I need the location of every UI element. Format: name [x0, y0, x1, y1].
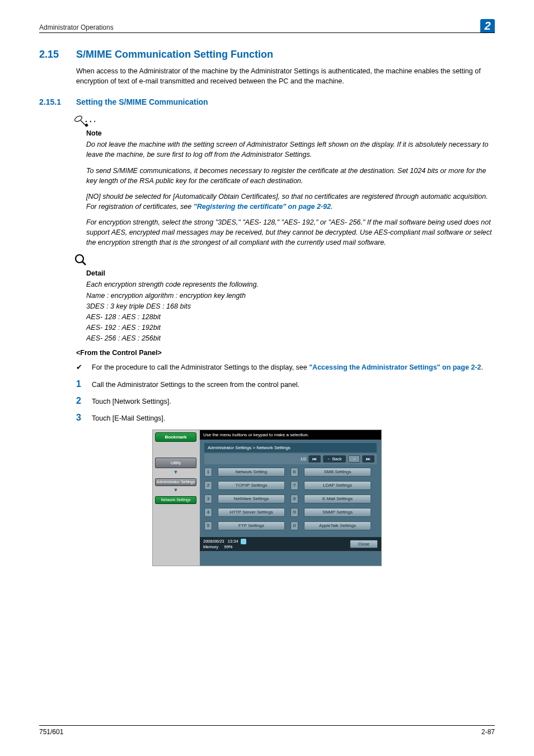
opt-smb-settings[interactable]: SMB Settings: [304, 468, 371, 477]
sidebar-network-settings[interactable]: Network Settings: [155, 496, 196, 504]
page-last-button[interactable]: ⏭: [362, 455, 374, 463]
close-button[interactable]: Close: [350, 540, 378, 548]
from-control-panel-heading: <From the Control Panel>: [76, 349, 495, 357]
opt-num: 6: [291, 468, 298, 477]
note-icon: . . .: [73, 114, 495, 129]
panel-topbar: 1/2 ⏮ ← Back → ⏭: [204, 454, 377, 464]
sidebar-admin-settings[interactable]: Administrator Settings: [155, 478, 196, 486]
opt-num: 5: [204, 521, 212, 530]
bookmark-button[interactable]: Bookmark: [155, 432, 196, 442]
detail-l4: AES- 128 : AES : 128bit: [86, 312, 495, 322]
detail-l3: 3DES : 3 key triple DES : 168 bits: [86, 301, 495, 311]
section-heading: 2.15 S/MIME Communication Setting Functi…: [39, 49, 495, 60]
arrow-down-icon: ▼: [155, 469, 196, 475]
chapter-badge: 2: [480, 19, 495, 32]
opt-num: 1: [204, 468, 212, 477]
svg-text:. . .: . . .: [85, 115, 95, 124]
step-text: Call the Administrator Settings to the s…: [92, 381, 299, 389]
opt-netware-settings[interactable]: NetWare Settings: [218, 494, 285, 503]
back-button[interactable]: ← Back: [323, 455, 345, 463]
prereq-row: ✔ For the procedure to call the Administ…: [76, 362, 495, 372]
note-p3: [NO] should be selected for [Automatical…: [86, 192, 495, 212]
opt-num: 2: [204, 481, 212, 490]
opt-snmp-settings[interactable]: SNMP Settings: [304, 508, 371, 517]
step-text: Touch [Network Settings].: [92, 398, 171, 405]
page-footer: 751/601 2-87: [39, 725, 495, 736]
step-3: 3 Touch [E-Mail Settings].: [76, 413, 495, 423]
opt-http-server-settings[interactable]: HTTP Server Settings: [218, 508, 285, 517]
subsection-number: 2.15.1: [39, 97, 76, 106]
opt-num: 4: [204, 508, 212, 517]
detail-l2: Name : encryption algorithm : encryption…: [86, 291, 495, 301]
detail-l1: Each encryption strength code represents…: [86, 279, 495, 290]
step-text: Touch [E-Mail Settings].: [92, 414, 165, 422]
opt-tcpip-settings[interactable]: TCP/IP Settings: [218, 481, 285, 490]
status-date: 2008/06/23: [203, 539, 224, 544]
opt-email-settings[interactable]: E-Mail Settings: [304, 494, 371, 503]
detail-l5: AES- 192 : AES : 192bit: [86, 323, 495, 333]
opt-num: 0: [291, 521, 298, 530]
svg-point-3: [76, 255, 83, 263]
checkmark-icon: ✔: [76, 362, 92, 372]
opt-appletalk-settings[interactable]: AppleTalk Settings: [304, 521, 371, 530]
status-mem-label: Memory: [203, 544, 218, 549]
panel-status-bar: 2008/06/23 13:34 Memory 99% Close: [200, 537, 381, 551]
page-next-button[interactable]: →: [348, 455, 360, 463]
footer-left: 751/601: [39, 728, 63, 736]
status-time: 13:34: [228, 539, 238, 544]
link-access-admin[interactable]: "Accessing the Administrator Settings" o…: [309, 363, 481, 371]
page-header: Administrator Operations 2: [39, 19, 495, 33]
section-intro: When access to the Administrator of the …: [76, 66, 495, 86]
opt-num: 9: [291, 508, 298, 517]
prereq-post: .: [481, 363, 483, 371]
note-p1: Do not leave the machine with the settin…: [86, 139, 495, 160]
panel-breadcrumb: Administrator Settings > Network Setting…: [204, 443, 377, 452]
arrow-down-icon: ▼: [155, 487, 196, 493]
opt-network-setting[interactable]: Network Setting: [218, 468, 285, 477]
note-block: Note Do not leave the machine with the s…: [39, 129, 495, 248]
link-register-cert[interactable]: "Registering the certificate" on page 2-…: [194, 203, 331, 211]
opt-ftp-settings[interactable]: FTP Settings: [218, 521, 285, 530]
note-p4: For encryption strength, select the stro…: [86, 217, 495, 248]
status-mem: 99%: [224, 544, 233, 549]
step-number: 1: [76, 379, 92, 389]
section-number: 2.15: [39, 49, 76, 60]
subsection-title: Setting the S/MIME Communication: [76, 97, 208, 106]
header-title: Administrator Operations: [39, 24, 480, 31]
opt-ldap-settings[interactable]: LDAP Settings: [304, 481, 371, 490]
step-1: 1 Call the Administrator Settings to the…: [76, 379, 495, 389]
panel-sidebar: Bookmark Utility ▼ Administrator Setting…: [153, 430, 199, 566]
opt-num: 8: [291, 494, 298, 503]
opt-num: 3: [204, 494, 212, 503]
panel-instruction: Use the menu buttons or keypad to make a…: [200, 430, 381, 440]
section-title: S/MIME Communication Setting Function: [76, 49, 273, 60]
subsection-heading: 2.15.1 Setting the S/MIME Communication: [39, 97, 495, 106]
step-number: 2: [76, 396, 92, 406]
step-2: 2 Touch [Network Settings].: [76, 396, 495, 406]
status-icon: [241, 539, 246, 544]
sidebar-utility[interactable]: Utility: [155, 458, 196, 468]
opt-num: 7: [291, 481, 298, 490]
panel-screenshot: Bookmark Utility ▼ Administrator Setting…: [152, 430, 382, 566]
note-p2: To send S/MIME communications, it become…: [86, 166, 495, 186]
page-indicator: 1/2: [301, 456, 306, 461]
detail-block: Detail Each encryption strength code rep…: [39, 269, 495, 343]
prereq-pre: For the procedure to call the Administra…: [92, 363, 309, 371]
detail-label: Detail: [86, 269, 495, 277]
detail-icon: [73, 253, 495, 269]
detail-l6: AES- 256 : AES : 256bit: [86, 333, 495, 343]
footer-right: 2-87: [481, 728, 495, 736]
options-grid: 1 Network Setting 6 SMB Settings 2 TCP/I…: [204, 468, 377, 530]
svg-line-4: [82, 262, 86, 265]
svg-line-1: [81, 120, 85, 125]
page-first-button[interactable]: ⏮: [308, 455, 321, 463]
note-p3b: .: [331, 203, 332, 211]
step-number: 3: [76, 413, 92, 423]
note-label: Note: [86, 129, 495, 137]
